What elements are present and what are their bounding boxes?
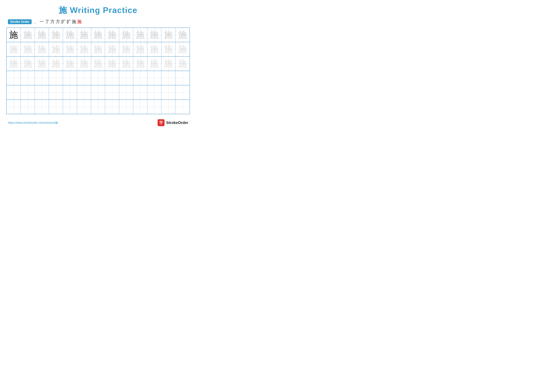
brand-icon: 字: [158, 119, 165, 126]
practice-cell: 施: [63, 42, 77, 56]
practice-cell: [119, 100, 133, 114]
practice-cell: [119, 71, 133, 85]
practice-cell: 施: [21, 42, 35, 56]
practice-cell: [161, 86, 175, 100]
practice-cell: 施: [105, 28, 119, 42]
practice-cell: 施: [77, 57, 91, 71]
practice-cell: 施: [175, 42, 190, 56]
practice-cell: [91, 71, 105, 85]
practice-cell: 施: [91, 42, 105, 56]
practice-row: [7, 71, 190, 86]
practice-cell: 施: [21, 28, 35, 42]
practice-cell: 施: [7, 57, 21, 71]
practice-cell: [133, 71, 147, 85]
practice-cell: 施: [161, 42, 175, 56]
practice-cell: 施: [105, 42, 119, 56]
practice-row: [7, 86, 190, 100]
practice-cell: [35, 71, 49, 85]
practice-cell: 施: [35, 42, 49, 56]
practice-cell: [63, 71, 77, 85]
practice-cell: [21, 86, 35, 100]
practice-row: [7, 100, 190, 114]
practice-cell: 施: [133, 42, 147, 56]
practice-cell: 施: [35, 28, 49, 42]
practice-cell: [77, 100, 91, 114]
practice-cell: [7, 100, 21, 114]
practice-cell: 施: [91, 57, 105, 71]
practice-cell: 施: [7, 42, 21, 56]
practice-cell: 施: [63, 28, 77, 42]
brand-name: StrokeOrder: [166, 121, 188, 125]
practice-cell: [63, 86, 77, 100]
practice-grid: 施 施 施 施 施 施 施 施 施 施 施 施 施 施 施 施 施 施 施 施 …: [6, 28, 190, 114]
practice-row: 施 施 施 施 施 施 施 施 施 施 施 施 施: [7, 57, 190, 71]
practice-cell: [175, 71, 190, 85]
practice-cell: [77, 86, 91, 100]
practice-cell: [49, 86, 63, 100]
practice-cell: [133, 100, 147, 114]
practice-cell: [49, 100, 63, 114]
practice-cell: 施: [147, 28, 161, 42]
practice-cell: 施: [161, 57, 175, 71]
practice-cell: [133, 86, 147, 100]
practice-cell: 施: [133, 57, 147, 71]
practice-cell: [119, 86, 133, 100]
practice-cell: [105, 100, 119, 114]
practice-cell: [7, 71, 21, 85]
practice-cell: 施: [147, 42, 161, 56]
practice-cell: 施: [49, 28, 63, 42]
practice-cell: 施: [35, 57, 49, 71]
practice-cell: [147, 86, 161, 100]
practice-cell: [161, 71, 175, 85]
footer-brand: 字 StrokeOrder: [158, 119, 188, 126]
practice-cell: 施: [147, 57, 161, 71]
stroke-sequence: 、 一 了 方 方 扩 扩 施 施: [34, 19, 82, 25]
practice-cell: 施: [49, 57, 63, 71]
page-title: 施 Writing Practice: [6, 5, 190, 16]
practice-cell: 施: [119, 42, 133, 56]
practice-cell: [35, 100, 49, 114]
practice-cell: 施: [91, 28, 105, 42]
practice-cell: [105, 86, 119, 100]
practice-cell: [21, 100, 35, 114]
practice-cell: 施: [49, 42, 63, 56]
practice-cell: 施: [175, 57, 190, 71]
practice-cell: [7, 86, 21, 100]
footer: https://www.strokeorder.com/chinese/施 字 …: [6, 119, 190, 126]
practice-cell: [35, 86, 49, 100]
practice-row: 施 施 施 施 施 施 施 施 施 施 施 施 施: [7, 28, 190, 42]
practice-cell: 施: [119, 28, 133, 42]
practice-cell: [105, 71, 119, 85]
practice-cell: [147, 100, 161, 114]
practice-cell: 施: [105, 57, 119, 71]
practice-cell: [49, 71, 63, 85]
practice-cell: 施: [119, 57, 133, 71]
practice-cell: [63, 100, 77, 114]
practice-row: 施 施 施 施 施 施 施 施 施 施 施 施 施: [7, 42, 190, 57]
stroke-order-row: Stroke Order 、 一 了 方 方 扩 扩 施 施: [8, 19, 190, 25]
practice-cell: 施: [7, 28, 21, 42]
practice-cell: 施: [77, 42, 91, 56]
practice-cell: 施: [63, 57, 77, 71]
practice-cell: [175, 86, 190, 100]
practice-cell: [77, 71, 91, 85]
practice-cell: [21, 71, 35, 85]
practice-cell: [91, 86, 105, 100]
practice-cell: 施: [133, 28, 147, 42]
practice-cell: 施: [175, 28, 190, 42]
practice-cell: 施: [161, 28, 175, 42]
practice-cell: [175, 100, 190, 114]
practice-cell: [161, 100, 175, 114]
practice-cell: [147, 71, 161, 85]
practice-cell: 施: [21, 57, 35, 71]
practice-cell: [91, 100, 105, 114]
practice-cell: 施: [77, 28, 91, 42]
footer-url[interactable]: https://www.strokeorder.com/chinese/施: [8, 121, 58, 125]
stroke-order-badge: Stroke Order: [8, 19, 32, 24]
